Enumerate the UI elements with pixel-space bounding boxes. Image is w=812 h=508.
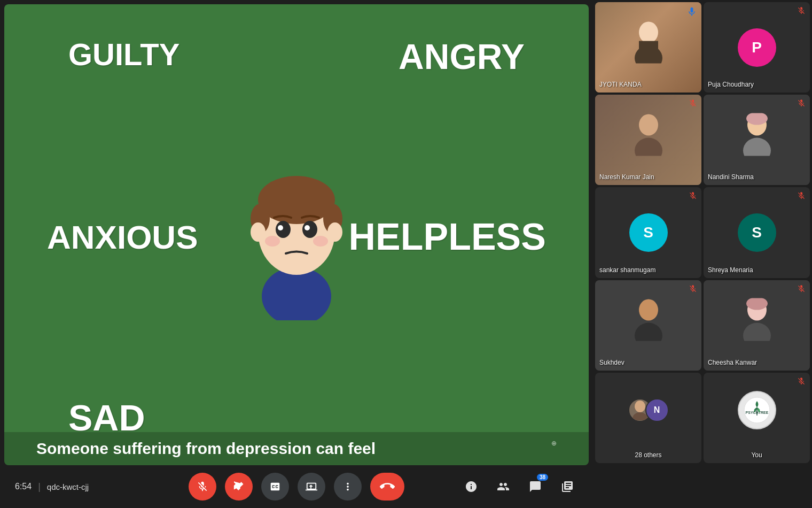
participant-tile-28-others: N 28 others	[595, 373, 701, 463]
mute-icon-naresh	[689, 99, 697, 109]
mute-icon-shreya	[797, 191, 806, 202]
svg-point-28	[633, 412, 647, 420]
participant-name-nandini-sharma: Nandini Sharma	[708, 173, 754, 181]
avatar-shreya: S	[738, 213, 776, 252]
participant-tile-jyoti-kanda: JYOTI KANDA	[595, 2, 701, 93]
meeting-time: 6:54	[15, 482, 32, 491]
captions-button[interactable]	[261, 473, 289, 501]
mute-icon-you	[797, 377, 806, 387]
participant-name-jyoti-kanda: JYOTI KANDA	[599, 81, 642, 88]
participant-name-you: You	[751, 451, 762, 459]
chat-button[interactable]: 38	[525, 476, 546, 497]
slide-logo: ⊕	[551, 440, 557, 447]
svg-point-17	[639, 114, 658, 135]
mute-icon-nandini	[797, 99, 806, 109]
participant-name-cheesha-kanwar: Cheesha Kanwar	[708, 359, 757, 366]
svg-point-7	[327, 222, 342, 242]
svg-point-21	[743, 137, 771, 156]
svg-point-22	[639, 299, 658, 321]
participant-tile-naresh-kumar-jain: Naresh Kumar Jain	[595, 95, 701, 185]
svg-point-23	[635, 323, 662, 341]
meeting-id: qdc-kwct-cjj	[47, 482, 89, 491]
word-angry: ANGRY	[399, 36, 525, 77]
people-button[interactable]	[493, 476, 514, 497]
word-sad: SAD	[68, 397, 145, 438]
participant-tile-puja-choudhary: P Puja Choudhary	[704, 2, 810, 93]
mute-icon-sankar	[689, 191, 697, 202]
participant-tile-shreya-menaria: S Shreya Menaria	[704, 187, 810, 278]
controls-bar	[189, 473, 404, 501]
slide-content: GUILTY ANGRY ANXIOUS	[4, 4, 589, 465]
speaking-icon-jyoti	[686, 6, 697, 19]
bottom-bar: 6:54 | qdc-kwct-cjj	[4, 465, 589, 508]
svg-point-18	[635, 137, 662, 156]
participant-name-shreya-menaria: Shreya Menaria	[708, 266, 753, 274]
participant-name-28-others: 28 others	[635, 451, 661, 459]
svg-point-26	[743, 323, 771, 341]
svg-rect-16	[639, 41, 658, 51]
svg-point-13	[313, 236, 328, 247]
activities-button[interactable]	[557, 476, 578, 497]
info-button[interactable]	[460, 476, 482, 497]
svg-point-10	[278, 225, 283, 230]
svg-point-27	[635, 401, 645, 412]
meeting-divider: |	[38, 481, 41, 492]
slide-container: GUILTY ANGRY ANXIOUS	[4, 4, 589, 465]
presentation-area: GUILTY ANGRY ANXIOUS	[0, 0, 593, 508]
svg-point-9	[302, 221, 317, 238]
participant-tile-nandini-sharma: Nandini Sharma	[704, 95, 810, 185]
participant-tile-sankar-shanmugam: S sankar shanmugam	[595, 187, 701, 278]
avatar-sankar: S	[629, 213, 668, 252]
more-options-button[interactable]	[334, 473, 362, 501]
svg-point-8	[276, 221, 291, 238]
right-controls: 38	[460, 476, 578, 497]
participant-tile-you: PSYCHTREE You	[704, 373, 810, 463]
main-layout: GUILTY ANGRY ANXIOUS	[0, 0, 812, 508]
svg-point-14	[639, 21, 658, 43]
participant-name-puja-choudhary: Puja Choudhary	[708, 81, 754, 88]
participant-name-sukhdev: Sukhdev	[599, 359, 624, 366]
word-helpless: HELPLESS	[348, 215, 546, 258]
mute-icon-puja	[797, 6, 806, 17]
word-anxious: ANXIOUS	[47, 218, 198, 256]
participant-name-naresh-kumar-jain: Naresh Kumar Jain	[599, 173, 654, 181]
svg-point-11	[304, 225, 310, 230]
participant-tile-cheesha-kanwar: Cheesha Kanwar	[704, 280, 810, 371]
chat-badge: 38	[537, 474, 548, 481]
participant-name-sankar-shanmugam: sankar shanmugam	[599, 266, 655, 274]
mute-icon-cheesha	[797, 284, 806, 295]
present-button[interactable]	[298, 473, 325, 501]
participants-panel: JYOTI KANDA P Puja Choudhary	[593, 0, 812, 508]
mute-icon-sukhdev	[689, 284, 697, 295]
video-button[interactable]	[225, 473, 253, 501]
svg-point-12	[265, 236, 280, 247]
meeting-info: 6:54 | qdc-kwct-cjj	[15, 481, 89, 492]
cartoon-character	[238, 149, 355, 320]
svg-point-6	[251, 222, 266, 242]
mute-button[interactable]	[189, 473, 216, 501]
participant-tile-sukhdev: Sukhdev	[595, 280, 701, 371]
avatar-puja: P	[738, 28, 776, 67]
end-call-button[interactable]	[370, 473, 404, 501]
word-guilty: GUILTY	[68, 36, 179, 72]
